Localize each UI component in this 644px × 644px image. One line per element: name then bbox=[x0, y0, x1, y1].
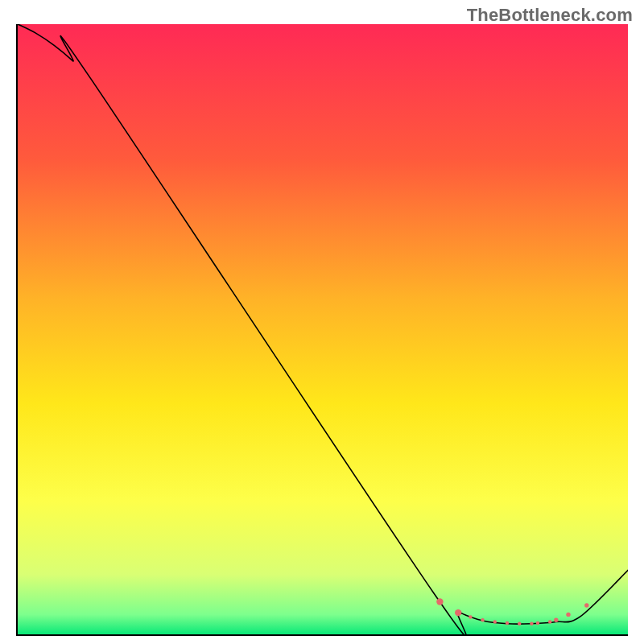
optimal-marker bbox=[518, 622, 521, 625]
optimal-marker bbox=[548, 620, 551, 623]
optimal-marker bbox=[566, 613, 570, 617]
chart-frame: TheBottleneck.com bbox=[0, 0, 644, 644]
optimal-marker bbox=[584, 603, 588, 607]
optimal-marker bbox=[506, 621, 509, 625]
optimal-marker bbox=[455, 609, 461, 616]
optimal-marker bbox=[436, 598, 443, 605]
optimal-marker bbox=[530, 622, 533, 625]
optimal-marker bbox=[493, 620, 497, 623]
gradient-background bbox=[18, 24, 628, 636]
plot-area bbox=[16, 24, 628, 636]
watermark-text: TheBottleneck.com bbox=[467, 5, 633, 26]
optimal-marker bbox=[536, 621, 539, 625]
optimal-marker bbox=[554, 618, 558, 622]
optimal-marker bbox=[469, 615, 472, 618]
optimal-marker bbox=[481, 618, 484, 621]
chart-svg bbox=[18, 24, 628, 636]
